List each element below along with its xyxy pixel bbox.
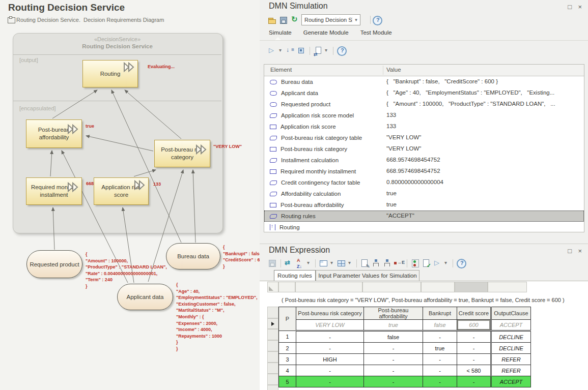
- rule-cell[interactable]: -: [364, 376, 423, 387]
- rule-cell[interactable]: -: [457, 376, 491, 387]
- column-header-value[interactable]: Value: [386, 67, 401, 73]
- rule-output-cell[interactable]: REFER: [491, 354, 531, 365]
- input-applicant-data[interactable]: Applicant data: [117, 284, 173, 310]
- run-simulation-icon[interactable]: [268, 46, 277, 55]
- rule-output-cell[interactable]: DECLINE: [491, 331, 531, 343]
- simulation-row-application-risk-score-model[interactable]: Application risk score model133: [264, 110, 584, 121]
- help-icon[interactable]: [337, 46, 347, 56]
- decision-column-header[interactable]: Bankrupt: [423, 307, 457, 320]
- decision-routing[interactable]: Routing: [82, 60, 138, 87]
- simulation-row-credit-contingency-factor-table[interactable]: Credit contingency factor table0.8000000…: [264, 177, 584, 188]
- grid-column-header[interactable]: [421, 282, 455, 292]
- help-icon[interactable]: [373, 16, 382, 25]
- decision-post-bureau-risk-category[interactable]: Post-bureau risk category: [154, 140, 210, 167]
- tab-input-parameter-values-for-simulation[interactable]: Input Parameter Values for Simulation: [316, 270, 419, 281]
- rule-cell[interactable]: -: [423, 354, 457, 365]
- rule-cell[interactable]: -: [364, 354, 423, 365]
- run-icon[interactable]: [433, 259, 442, 268]
- open-folder-icon[interactable]: [268, 16, 277, 25]
- simulation-row-routing[interactable]: Routing: [264, 222, 584, 233]
- dropdown-caret[interactable]: [279, 46, 284, 55]
- append-column-icon[interactable]: [394, 259, 403, 268]
- decision-column-header[interactable]: Post-bureau affordability: [364, 307, 423, 320]
- grid-column-header[interactable]: [278, 282, 295, 292]
- row-selector-cell[interactable]: [267, 363, 278, 374]
- decision-post-bureau-affordability[interactable]: Post-bureau affordability: [26, 119, 82, 148]
- policy-column-header[interactable]: P: [279, 307, 296, 331]
- tab-simulate[interactable]: Simulate: [269, 29, 292, 36]
- rule-number[interactable]: 4: [279, 365, 296, 376]
- rule-cell[interactable]: -: [457, 343, 491, 354]
- input-bureau-data[interactable]: Bureau data: [166, 243, 220, 269]
- simulation-row-affordability-calculation[interactable]: Affordability calculationtrue: [264, 188, 584, 199]
- column-header-element[interactable]: Element: [270, 67, 292, 73]
- grid-column-header-selected[interactable]: [455, 282, 488, 292]
- rule-cell[interactable]: true: [423, 343, 457, 354]
- tab-routing-rules[interactable]: Routing rules: [274, 270, 316, 281]
- row-selector-cell[interactable]: [267, 329, 278, 340]
- rule-cell[interactable]: -: [296, 331, 364, 343]
- edit-validate-icon[interactable]: [360, 259, 370, 268]
- dropdown-caret[interactable]: [330, 259, 335, 268]
- model-dropdown[interactable]: Routing Decision Servic ▾: [301, 14, 360, 25]
- dropdown-caret[interactable]: [307, 259, 312, 268]
- simulation-row-post-bureau-risk-category[interactable]: Post-bureau risk category"VERY LOW": [264, 143, 584, 155]
- step-over-icon[interactable]: [286, 46, 295, 55]
- row-selector-cell[interactable]: [267, 385, 278, 390]
- decision-application-risk-score[interactable]: Application risk score: [94, 177, 149, 205]
- simulation-row-post-bureau-affordability[interactable]: Post-bureau affordabilitytrue: [264, 199, 584, 211]
- close-icon[interactable]: ×: [578, 247, 582, 255]
- simulation-row-applicant-data[interactable]: Applicant data{ "Age" : 40, "EmploymentS…: [264, 87, 584, 99]
- simulation-row-required-monthly-installment[interactable]: Required monthly installment668.95746984…: [264, 166, 584, 177]
- generate-icon[interactable]: [314, 46, 323, 55]
- grid-column-header[interactable]: [362, 282, 421, 292]
- simulation-row-bureau-data[interactable]: Bureau data{ "Bankrupt" : false, "Credit…: [264, 76, 584, 87]
- input-value-cell[interactable]: false: [423, 320, 457, 331]
- save-icon[interactable]: [268, 259, 277, 268]
- row-selector-cell[interactable]: [267, 318, 278, 329]
- decision-column-header[interactable]: OutputClause: [491, 307, 531, 320]
- dropdown-caret[interactable]: [444, 259, 449, 268]
- row-selector-cell[interactable]: [267, 307, 278, 318]
- rule-output-cell[interactable]: ACCEPT: [491, 376, 531, 387]
- rule-cell[interactable]: -: [296, 343, 364, 354]
- row-selector-cell[interactable]: [267, 374, 278, 385]
- swap-icon[interactable]: [285, 259, 294, 268]
- grid-icon[interactable]: [337, 259, 346, 268]
- rule-cell[interactable]: -: [423, 376, 457, 387]
- grid-corner-cell[interactable]: [267, 282, 278, 292]
- decision-column-header[interactable]: Credit score: [457, 307, 491, 320]
- refresh-icon[interactable]: [290, 16, 299, 25]
- rule-cell[interactable]: < 580: [457, 365, 491, 376]
- save-icon[interactable]: [279, 16, 288, 25]
- rule-row-3[interactable]: 3HIGH---REFER: [279, 354, 531, 365]
- merge-down-icon[interactable]: [383, 259, 392, 268]
- close-icon[interactable]: ×: [578, 3, 582, 11]
- table-icon[interactable]: [319, 259, 328, 268]
- simulation-row-application-risk-score[interactable]: Application risk score133: [264, 121, 584, 132]
- sort-az-icon[interactable]: [296, 259, 305, 268]
- input-value-cell[interactable]: VERY LOW: [296, 320, 364, 331]
- rule-cell[interactable]: -: [423, 331, 457, 343]
- rule-cell[interactable]: HIGH: [296, 354, 364, 365]
- rule-number[interactable]: 2: [279, 343, 296, 354]
- rule-output-cell[interactable]: DECLINE: [491, 343, 531, 354]
- maximize-icon[interactable]: □: [568, 3, 572, 11]
- tab-generate-module[interactable]: Generate Module: [303, 29, 349, 36]
- simulation-row-requested-product[interactable]: Requested product{ "Amount" : 100000, "P…: [264, 99, 584, 110]
- rule-row-2[interactable]: 2--true-DECLINE: [279, 343, 531, 354]
- simulation-row-post-bureau-risk-category-table[interactable]: Post-bureau risk category table"VERY LOW…: [264, 132, 584, 143]
- tab-test-module[interactable]: Test Module: [360, 29, 392, 36]
- input-value-cell[interactable]: 600: [457, 320, 491, 331]
- chevron-down-icon[interactable]: ▾: [352, 17, 360, 22]
- rule-number[interactable]: 1: [279, 331, 296, 343]
- validate-icon[interactable]: [422, 259, 431, 268]
- rule-output-cell[interactable]: REFER: [491, 365, 531, 376]
- decision-required-monthly-installment[interactable]: Required monthly installment: [26, 177, 82, 205]
- rule-row-4[interactable]: 4---< 580REFER: [279, 365, 531, 376]
- dropdown-caret[interactable]: [325, 46, 329, 55]
- row-selector-cell[interactable]: [267, 351, 278, 363]
- rule-cell[interactable]: -: [457, 354, 491, 365]
- rule-cell[interactable]: -: [296, 365, 364, 376]
- row-selector-cell[interactable]: [267, 340, 278, 351]
